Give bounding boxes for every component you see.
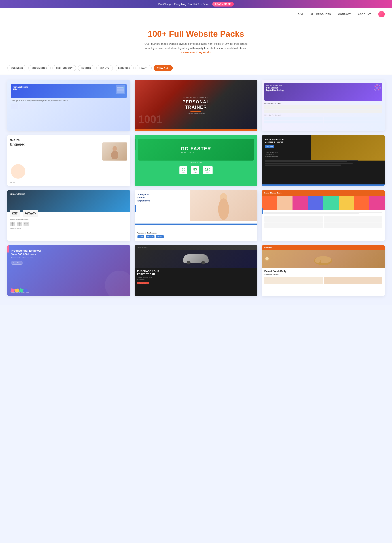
faster-tagline: Internet & TV Plans <box>190 162 202 163</box>
faster-left-bar <box>134 139 136 150</box>
trainer-subtitle: Train with the best coaches <box>183 113 209 114</box>
circle-decoration <box>11 164 25 179</box>
products-title: Products that EmpowerOver 500,000 Users <box>11 249 127 256</box>
trainer-number: 1001 <box>138 113 162 125</box>
hosting-title: Premium HostingServices <box>13 86 124 90</box>
card-engaged[interactable]: We'reEngaged! Our Story <box>7 135 130 186</box>
trainer-content: — PERSONAL TRAINER — PERSONALTRAINER Tra… <box>183 97 209 115</box>
svg-point-27 <box>315 259 320 263</box>
nav-account[interactable]: ACCOUNT <box>358 13 371 16</box>
education-grid <box>262 216 385 229</box>
price-35: 35 Mbps <box>179 166 187 174</box>
card-education[interactable]: Learn. Educate. Grow. <box>262 190 385 241</box>
top-banner: Divi Changes Everything. Give It A Test … <box>0 0 392 8</box>
car-shape <box>183 254 209 263</box>
products-subtitle: Discover our full suite of web tools <box>11 257 127 259</box>
grid-section: Premium HostingServices L <box>0 75 392 305</box>
bakery-header: Our Bakery <box>262 245 385 250</box>
dental-contacts: Call Us Book Now Location <box>137 235 255 238</box>
hosting-body: Lorem ipsum dolor sit amet, consectetur … <box>11 100 127 109</box>
marketing-header: DIGITAL MARKETING Full ServiceDigital Ma… <box>264 83 382 101</box>
education-body <box>262 210 385 216</box>
electrical-title: Electrical ContractorLicensed & Insured <box>265 138 329 143</box>
filter-health[interactable]: HEALTH <box>135 65 152 71</box>
card-marketing[interactable]: DIGITAL MARKETING Full ServiceDigital Ma… <box>262 80 385 131</box>
stats-row: 1050 Members 1,300,000 Supporters <box>10 210 128 217</box>
nav-divi[interactable]: DIVI <box>298 13 303 16</box>
explore-content: Explore Issues 1050 Members 1,300,000 Su… <box>7 190 130 241</box>
explore-title: Explore Issues <box>10 193 128 195</box>
dental-body: Welcome to Our Practice Call Us Book Now… <box>137 232 255 238</box>
svg-point-3 <box>123 87 123 88</box>
electrical-body: Providing a Range ofCommercial &Resident… <box>265 151 382 166</box>
story-text: Our Story <box>10 181 16 183</box>
card-bakery[interactable]: Our Bakery Baked Fresh Daily Our Baking … <box>262 245 385 296</box>
filter-services[interactable]: SERVICES <box>115 65 134 71</box>
windmill-row <box>10 222 128 226</box>
dental-photo <box>190 190 258 221</box>
svg-point-17 <box>19 224 20 224</box>
dental-title: A BrighterDentalExperience <box>137 193 190 202</box>
filter-view-all[interactable]: VIEW ALL! <box>154 65 173 71</box>
stat-box-1: 1050 Members <box>10 210 20 217</box>
filter-business[interactable]: BUSINESS <box>7 65 26 71</box>
stat-box-2: 1,300,000 Supporters <box>22 210 38 217</box>
windmill-2 <box>17 222 22 226</box>
filter-bar: BUSINESS ECOMMERCE TECHNOLOGY EVENTS BEA… <box>0 62 392 75</box>
education-header: Learn. Educate. Grow. <box>262 190 385 196</box>
learn-more-button[interactable]: LEARN MORE <box>212 2 234 6</box>
svg-point-21 <box>26 224 27 224</box>
hero-description: Over 800 pre-made website layouts come p… <box>142 42 250 55</box>
bakery-grid <box>262 276 385 286</box>
card-faster[interactable]: GO FASTER by internet Internet & TV Plan… <box>134 135 258 186</box>
faster-header: GO FASTER by internet <box>138 139 254 161</box>
electrical-bottom-bar <box>262 184 385 186</box>
card-products[interactable]: Products that EmpowerOver 500,000 Users … <box>7 245 130 296</box>
price-85: 85 Mbps <box>191 166 199 174</box>
card-hosting[interactable]: Premium HostingServices L <box>7 80 130 131</box>
svg-rect-2 <box>117 91 124 93</box>
svg-point-9 <box>111 151 118 159</box>
hero-section: 100+ Full Website Packs Over 800 pre-mad… <box>0 20 392 62</box>
car-subtitle: Leading Dealer in New& Used Cars <box>134 277 258 280</box>
products-bottom-text: We Build Tools For the Web <box>11 292 29 293</box>
marketing-circles-icon <box>374 84 381 91</box>
bakery-body: Our Baking Services <box>262 273 385 275</box>
navigation: DIVI ALL PRODUCTS CONTACT ACCOUNT <box>0 8 392 20</box>
svg-point-13 <box>12 224 13 224</box>
svg-point-7 <box>376 87 378 89</box>
server-icon <box>116 85 125 94</box>
filter-technology[interactable]: TECHNOLOGY <box>52 65 76 71</box>
svg-point-4 <box>123 90 123 90</box>
products-deco <box>105 271 130 296</box>
bread-image <box>262 250 385 268</box>
trainer-title: PERSONALTRAINER <box>183 99 209 110</box>
windmill-3 <box>23 222 29 226</box>
card-explore[interactable]: Explore Issues 1050 Members 1,300,000 Su… <box>7 190 130 241</box>
dental-btn-1: Call Us <box>137 235 145 238</box>
products-pink-bar <box>7 245 9 253</box>
pricing-row: 35 Mbps 85 Mbps 120 Mbps <box>179 166 212 174</box>
nav-all-products[interactable]: ALL PRODUCTS <box>310 13 331 16</box>
nav-avatar[interactable] <box>378 11 385 17</box>
learn-link[interactable]: Learn How They Work! <box>181 51 211 54</box>
card-trainer[interactable]: 1001 — PERSONAL TRAINER — PERSONALTRAINE… <box>134 80 258 131</box>
trainer-orange-bar <box>134 130 258 131</box>
dental-welcome: Welcome to Our Practice <box>137 232 255 234</box>
banner-text: Divi Changes Everything. Give It A Test … <box>158 3 209 6</box>
car-image <box>134 250 258 268</box>
car-button: View Inventory <box>137 282 149 284</box>
filter-ecommerce[interactable]: ECOMMERCE <box>28 65 51 71</box>
card-electrical[interactable]: Electrical ContractorLicensed & Insured … <box>262 135 385 186</box>
card-car[interactable]: US AUTO SALES PURCHASE YOURPERFECT CAR L… <box>134 245 258 296</box>
filter-beauty[interactable]: BEAUTY <box>96 65 113 71</box>
filter-events[interactable]: EVENTS <box>78 65 95 71</box>
nav-contact[interactable]: CONTACT <box>338 13 351 16</box>
svg-point-23 <box>218 198 229 220</box>
card-dental[interactable]: A BrighterDentalExperience Welcome to Ou… <box>134 190 258 241</box>
bakery-cell-1 <box>264 277 323 284</box>
dental-left-deco <box>134 205 136 212</box>
bakery-title: Baked Fresh Daily <box>262 268 385 273</box>
dental-blue-bar <box>134 224 258 225</box>
marketing-body: Get Started For Free! We've Got You Cove… <box>264 102 382 124</box>
